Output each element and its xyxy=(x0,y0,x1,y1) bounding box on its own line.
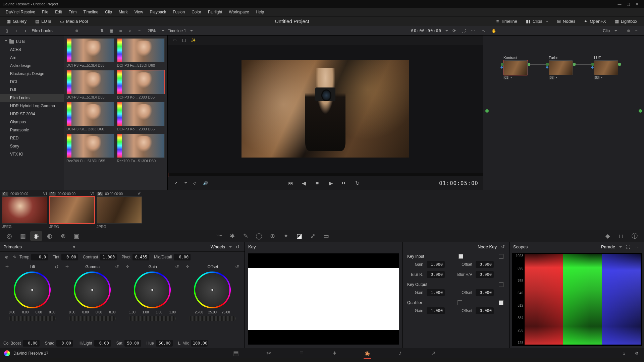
node-editor[interactable]: Kontrast 01▪Farbe 02▪LUT 03▪ xyxy=(483,36,644,190)
wheel-value[interactable]: 0.00 xyxy=(66,310,78,314)
wheel-value[interactable]: 25.00 xyxy=(206,310,218,314)
reset-icon[interactable]: ↺ xyxy=(55,264,59,269)
chevron-down-icon[interactable] xyxy=(613,28,617,33)
wheel-value[interactable]: 0.00 xyxy=(93,310,105,314)
picker-icon[interactable]: ✛ xyxy=(5,264,10,269)
wheel-value[interactable]: 1.00 xyxy=(153,310,165,314)
edit-page-tab[interactable]: ≡ xyxy=(297,350,306,357)
color-wheel[interactable] xyxy=(74,272,111,308)
nav-back-button[interactable]: ‹ xyxy=(13,27,19,34)
wheel-indicator[interactable] xyxy=(211,289,214,291)
zoom-level[interactable]: 26% xyxy=(146,28,158,33)
lut-thumb[interactable]: DCI-P3 Ko... 2383 D55 xyxy=(117,70,165,99)
lut-category-hdr-st-2084[interactable]: HDR ST 2084 xyxy=(0,110,64,118)
picker-icon[interactable]: ✛ xyxy=(186,264,191,269)
reset-button[interactable]: ↺ xyxy=(234,243,241,250)
master-jog[interactable] xyxy=(129,316,176,321)
adjust-value[interactable]: 0.435 xyxy=(132,254,149,260)
sort-button[interactable]: ⇅ xyxy=(99,27,105,34)
3d-palette[interactable]: ▭ xyxy=(320,231,332,241)
menu-file[interactable]: File xyxy=(39,9,51,15)
matte-toggle[interactable] xyxy=(458,300,462,305)
prev-clip-button[interactable]: ⏮ xyxy=(287,179,294,187)
node-input-connector[interactable] xyxy=(500,66,503,69)
menu-playback[interactable]: Playback xyxy=(147,9,169,15)
wheel-value[interactable]: 0.00 xyxy=(79,310,92,314)
viewer-timecode[interactable]: 00:00:00:00 xyxy=(411,28,441,33)
viewer-canvas[interactable] xyxy=(168,45,483,173)
image-wipe-button[interactable]: ▭ xyxy=(171,37,178,44)
nk-value[interactable]: 0.000 xyxy=(427,271,445,278)
highlight-button[interactable]: ✨ xyxy=(190,37,197,44)
nk-value[interactable]: 0.000 xyxy=(476,271,494,278)
color-page-tab[interactable]: ◉ xyxy=(363,350,372,357)
transport-timecode[interactable]: 01:00:05:00 xyxy=(439,180,478,186)
key-viewer[interactable] xyxy=(248,253,399,345)
node-input-connector[interactable] xyxy=(546,66,548,69)
auto-balance-button[interactable]: ⊚ xyxy=(3,254,10,260)
nk-value[interactable]: 1.000 xyxy=(427,289,445,296)
lut-category-sony[interactable]: Sony xyxy=(0,142,64,150)
master-jog[interactable] xyxy=(189,316,236,321)
menu-timeline[interactable]: Timeline xyxy=(80,9,101,15)
reset-button[interactable]: ↺ xyxy=(499,243,506,250)
bypass-button[interactable]: ⟳ xyxy=(451,27,458,34)
nk-value[interactable]: 0.000 xyxy=(476,289,494,296)
color-node[interactable]: Kontrast 01▪ xyxy=(503,56,534,79)
lut-category-astrodesign[interactable]: Astrodesign xyxy=(0,62,64,70)
lut-category-blackmagic-design[interactable]: Blackmagic Design xyxy=(0,70,64,78)
nav-fwd-button[interactable]: › xyxy=(22,27,29,34)
nk-value[interactable]: 1.000 xyxy=(427,307,445,314)
deliver-page-tab[interactable]: ↗ xyxy=(428,350,438,357)
reset-icon[interactable]: ↺ xyxy=(175,264,179,269)
fairlight-page-tab[interactable]: ♪ xyxy=(395,350,405,357)
hdr-palette[interactable]: ◐ xyxy=(44,231,56,241)
picker-icon[interactable]: ✛ xyxy=(126,264,130,269)
menu-color[interactable]: Color xyxy=(189,9,204,15)
clips-toggle[interactable]: ▮▮Clips xyxy=(523,18,551,25)
color-wheel[interactable] xyxy=(14,272,51,308)
menu-help[interactable]: Help xyxy=(253,9,267,15)
lut-thumb[interactable]: Rec709 Fu...513DI D55 xyxy=(66,134,114,163)
color-wheel[interactable] xyxy=(194,272,231,308)
wheel-value[interactable]: 1.00 xyxy=(166,310,178,314)
menu-fairlight[interactable]: Fairlight xyxy=(205,9,225,15)
node-mode[interactable]: Clip xyxy=(603,28,610,33)
picker-icon[interactable]: ✛ xyxy=(65,264,70,269)
lut-thumb[interactable]: DCI-P3 Ko... 2383 D60 xyxy=(66,102,114,131)
keyframe-palette[interactable]: ◆ xyxy=(602,231,614,241)
lut-category-dci[interactable]: DCI xyxy=(0,78,64,86)
lut-category-aces[interactable]: ACES xyxy=(0,46,64,54)
wheel-value[interactable]: 25.00 xyxy=(193,310,205,314)
minimize-button[interactable]: — xyxy=(615,1,624,7)
reset-icon[interactable]: ↺ xyxy=(235,264,239,269)
lightbox-toggle[interactable]: ▦Lightbox xyxy=(612,18,640,25)
adjust-value[interactable]: 1.000 xyxy=(100,254,117,260)
maximize-button[interactable]: ▢ xyxy=(624,1,633,7)
lut-category-arri[interactable]: Arri xyxy=(0,54,64,62)
node-graph-output[interactable] xyxy=(639,109,642,113)
more-button[interactable]: ⋯ xyxy=(633,27,640,34)
panel-toggle-button[interactable]: ▯ xyxy=(3,27,10,34)
chevron-down-icon[interactable] xyxy=(444,28,448,33)
menu-view[interactable]: View xyxy=(131,9,146,15)
lut-category-dji[interactable]: DJI xyxy=(0,86,64,94)
luts-toggle[interactable]: ▤LUTs xyxy=(33,18,54,25)
adjust-value[interactable]: 0.00 xyxy=(61,254,78,260)
adjust-value[interactable]: 0.00 xyxy=(56,340,73,347)
invert-toggle[interactable] xyxy=(499,282,503,287)
clip-thumbnail[interactable]: 03 00:00:00:00 V1 JPEG xyxy=(97,191,142,229)
invert-toggle[interactable] xyxy=(499,300,503,305)
step-back-button[interactable]: ◀ xyxy=(300,179,308,187)
motion-effects-palette[interactable]: ▣ xyxy=(70,231,83,241)
adjust-value[interactable]: 100.00 xyxy=(191,340,208,347)
qualifier-palette[interactable]: ✎ xyxy=(239,231,252,241)
media-pool-toggle[interactable]: ▭Media Pool xyxy=(57,18,91,25)
lut-category-red[interactable]: RED xyxy=(0,134,64,142)
node-graph-input[interactable] xyxy=(485,109,489,113)
key-palette[interactable]: ◪ xyxy=(293,231,305,241)
timeline-scrubber[interactable] xyxy=(168,173,483,176)
wheel-value[interactable]: 1.00 xyxy=(126,310,138,314)
lut-thumb[interactable]: DCI-P3 Fu...513DI D55 xyxy=(66,38,114,67)
nodes-toggle[interactable]: ⊞Nodes xyxy=(554,18,578,25)
